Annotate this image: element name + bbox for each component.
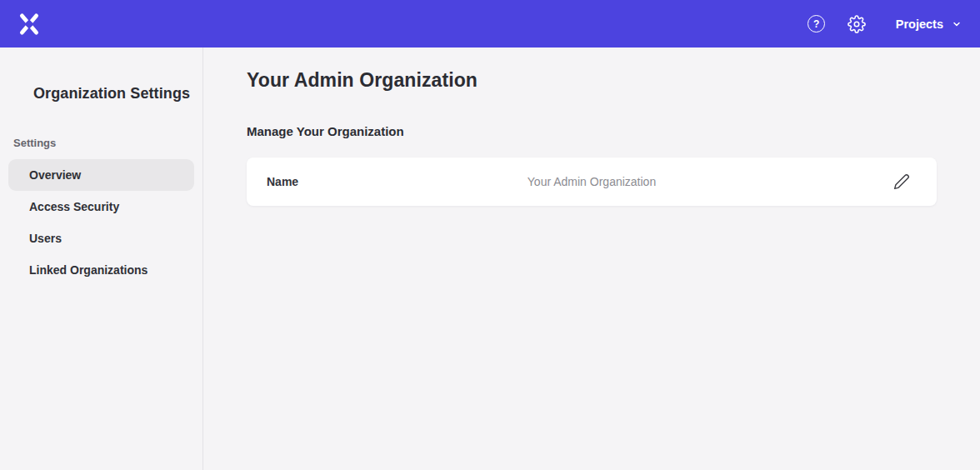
sidebar-item-linked-organizations[interactable]: Linked Organizations xyxy=(8,254,194,286)
sidebar-nav: Overview Access Security Users Linked Or… xyxy=(0,159,202,286)
sidebar-item-label: Linked Organizations xyxy=(29,263,148,277)
sidebar-section-label: Settings xyxy=(0,137,202,149)
page-body: Organization Settings Settings Overview … xyxy=(0,48,980,470)
help-circle-icon: ? xyxy=(808,15,825,32)
sidebar-item-overview[interactable]: Overview xyxy=(8,159,194,191)
page-title: Your Admin Organization xyxy=(247,69,937,92)
settings-button[interactable] xyxy=(842,10,871,38)
sidebar-item-users[interactable]: Users xyxy=(8,222,194,254)
sidebar-item-label: Access Security xyxy=(29,200,119,213)
sidebar-item-label: Users xyxy=(29,232,62,245)
sidebar: Organization Settings Settings Overview … xyxy=(0,48,203,470)
projects-menu-button[interactable]: Projects xyxy=(894,14,963,34)
topbar: ? Projects xyxy=(0,0,980,48)
chevron-down-icon xyxy=(952,19,962,29)
sidebar-title: Organization Settings xyxy=(0,85,202,102)
organization-name-card: Name Your Admin Organization xyxy=(247,158,937,206)
sidebar-item-label: Overview xyxy=(29,168,81,182)
brand-x-logo[interactable] xyxy=(17,12,42,37)
pencil-icon xyxy=(893,173,910,190)
edit-name-button[interactable] xyxy=(887,167,917,197)
name-field-label: Name xyxy=(267,175,298,188)
topbar-actions: ? Projects xyxy=(802,10,963,38)
main-content: Your Admin Organization Manage Your Orga… xyxy=(203,48,980,470)
name-field-value: Your Admin Organization xyxy=(528,175,656,188)
gear-icon xyxy=(848,15,866,33)
help-glyph: ? xyxy=(813,19,819,29)
brand-x-logo-icon xyxy=(18,12,40,36)
projects-label: Projects xyxy=(896,18,943,31)
sidebar-item-access-security[interactable]: Access Security xyxy=(8,191,194,222)
section-title: Manage Your Organization xyxy=(247,124,937,138)
help-button[interactable]: ? xyxy=(802,10,831,38)
